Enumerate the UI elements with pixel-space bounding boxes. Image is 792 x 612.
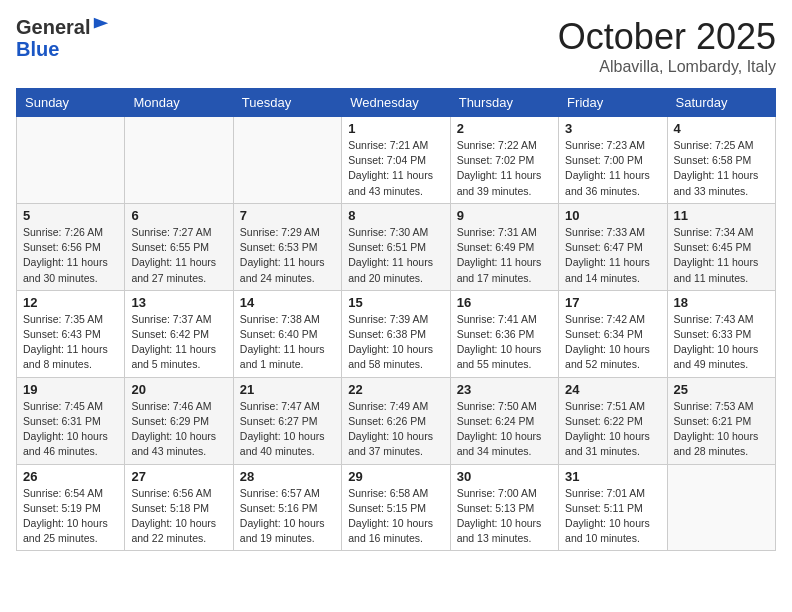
day-info: Sunrise: 7:30 AM Sunset: 6:51 PM Dayligh… xyxy=(348,225,443,286)
day-info: Sunrise: 7:42 AM Sunset: 6:34 PM Dayligh… xyxy=(565,312,660,373)
calendar-cell: 19Sunrise: 7:45 AM Sunset: 6:31 PM Dayli… xyxy=(17,377,125,464)
calendar-cell: 29Sunrise: 6:58 AM Sunset: 5:15 PM Dayli… xyxy=(342,464,450,551)
day-info: Sunrise: 7:50 AM Sunset: 6:24 PM Dayligh… xyxy=(457,399,552,460)
day-number: 23 xyxy=(457,382,552,397)
day-info: Sunrise: 7:41 AM Sunset: 6:36 PM Dayligh… xyxy=(457,312,552,373)
calendar-cell: 10Sunrise: 7:33 AM Sunset: 6:47 PM Dayli… xyxy=(559,203,667,290)
day-info: Sunrise: 7:39 AM Sunset: 6:38 PM Dayligh… xyxy=(348,312,443,373)
day-info: Sunrise: 7:21 AM Sunset: 7:04 PM Dayligh… xyxy=(348,138,443,199)
day-number: 19 xyxy=(23,382,118,397)
day-info: Sunrise: 7:49 AM Sunset: 6:26 PM Dayligh… xyxy=(348,399,443,460)
calendar-cell xyxy=(667,464,775,551)
day-number: 14 xyxy=(240,295,335,310)
calendar-cell: 21Sunrise: 7:47 AM Sunset: 6:27 PM Dayli… xyxy=(233,377,341,464)
weekday-friday: Friday xyxy=(559,89,667,117)
weekday-tuesday: Tuesday xyxy=(233,89,341,117)
day-number: 29 xyxy=(348,469,443,484)
day-number: 11 xyxy=(674,208,769,223)
calendar-cell: 4Sunrise: 7:25 AM Sunset: 6:58 PM Daylig… xyxy=(667,117,775,204)
day-info: Sunrise: 6:56 AM Sunset: 5:18 PM Dayligh… xyxy=(131,486,226,547)
svg-marker-0 xyxy=(94,18,108,29)
day-info: Sunrise: 6:57 AM Sunset: 5:16 PM Dayligh… xyxy=(240,486,335,547)
weekday-saturday: Saturday xyxy=(667,89,775,117)
logo-general-text: General xyxy=(16,16,90,38)
logo-flag-icon xyxy=(92,16,110,34)
logo-blue-text: Blue xyxy=(16,38,59,60)
day-info: Sunrise: 7:51 AM Sunset: 6:22 PM Dayligh… xyxy=(565,399,660,460)
title-block: October 2025 Albavilla, Lombardy, Italy xyxy=(558,16,776,76)
day-number: 8 xyxy=(348,208,443,223)
day-info: Sunrise: 6:54 AM Sunset: 5:19 PM Dayligh… xyxy=(23,486,118,547)
calendar-cell: 2Sunrise: 7:22 AM Sunset: 7:02 PM Daylig… xyxy=(450,117,558,204)
day-number: 16 xyxy=(457,295,552,310)
day-number: 5 xyxy=(23,208,118,223)
day-info: Sunrise: 7:29 AM Sunset: 6:53 PM Dayligh… xyxy=(240,225,335,286)
week-row-2: 5Sunrise: 7:26 AM Sunset: 6:56 PM Daylig… xyxy=(17,203,776,290)
day-number: 24 xyxy=(565,382,660,397)
week-row-3: 12Sunrise: 7:35 AM Sunset: 6:43 PM Dayli… xyxy=(17,290,776,377)
calendar-cell: 20Sunrise: 7:46 AM Sunset: 6:29 PM Dayli… xyxy=(125,377,233,464)
calendar-cell: 18Sunrise: 7:43 AM Sunset: 6:33 PM Dayli… xyxy=(667,290,775,377)
day-info: Sunrise: 7:25 AM Sunset: 6:58 PM Dayligh… xyxy=(674,138,769,199)
weekday-thursday: Thursday xyxy=(450,89,558,117)
day-info: Sunrise: 7:33 AM Sunset: 6:47 PM Dayligh… xyxy=(565,225,660,286)
calendar-cell: 14Sunrise: 7:38 AM Sunset: 6:40 PM Dayli… xyxy=(233,290,341,377)
calendar-cell xyxy=(17,117,125,204)
day-info: Sunrise: 7:35 AM Sunset: 6:43 PM Dayligh… xyxy=(23,312,118,373)
calendar-cell: 24Sunrise: 7:51 AM Sunset: 6:22 PM Dayli… xyxy=(559,377,667,464)
day-number: 15 xyxy=(348,295,443,310)
calendar-cell xyxy=(233,117,341,204)
day-number: 6 xyxy=(131,208,226,223)
day-number: 4 xyxy=(674,121,769,136)
day-number: 30 xyxy=(457,469,552,484)
day-info: Sunrise: 7:23 AM Sunset: 7:00 PM Dayligh… xyxy=(565,138,660,199)
day-info: Sunrise: 7:43 AM Sunset: 6:33 PM Dayligh… xyxy=(674,312,769,373)
month-title: October 2025 xyxy=(558,16,776,58)
day-info: Sunrise: 7:45 AM Sunset: 6:31 PM Dayligh… xyxy=(23,399,118,460)
day-info: Sunrise: 7:37 AM Sunset: 6:42 PM Dayligh… xyxy=(131,312,226,373)
calendar-cell: 13Sunrise: 7:37 AM Sunset: 6:42 PM Dayli… xyxy=(125,290,233,377)
calendar-cell: 12Sunrise: 7:35 AM Sunset: 6:43 PM Dayli… xyxy=(17,290,125,377)
calendar-cell: 7Sunrise: 7:29 AM Sunset: 6:53 PM Daylig… xyxy=(233,203,341,290)
day-number: 25 xyxy=(674,382,769,397)
day-info: Sunrise: 7:27 AM Sunset: 6:55 PM Dayligh… xyxy=(131,225,226,286)
weekday-monday: Monday xyxy=(125,89,233,117)
day-number: 31 xyxy=(565,469,660,484)
calendar-cell: 5Sunrise: 7:26 AM Sunset: 6:56 PM Daylig… xyxy=(17,203,125,290)
calendar-cell: 6Sunrise: 7:27 AM Sunset: 6:55 PM Daylig… xyxy=(125,203,233,290)
day-info: Sunrise: 7:34 AM Sunset: 6:45 PM Dayligh… xyxy=(674,225,769,286)
day-number: 21 xyxy=(240,382,335,397)
calendar-cell: 3Sunrise: 7:23 AM Sunset: 7:00 PM Daylig… xyxy=(559,117,667,204)
day-number: 28 xyxy=(240,469,335,484)
calendar-table: SundayMondayTuesdayWednesdayThursdayFrid… xyxy=(16,88,776,551)
calendar-cell: 30Sunrise: 7:00 AM Sunset: 5:13 PM Dayli… xyxy=(450,464,558,551)
weekday-header-row: SundayMondayTuesdayWednesdayThursdayFrid… xyxy=(17,89,776,117)
logo: General Blue xyxy=(16,16,110,60)
calendar-cell: 11Sunrise: 7:34 AM Sunset: 6:45 PM Dayli… xyxy=(667,203,775,290)
day-info: Sunrise: 7:46 AM Sunset: 6:29 PM Dayligh… xyxy=(131,399,226,460)
day-info: Sunrise: 7:53 AM Sunset: 6:21 PM Dayligh… xyxy=(674,399,769,460)
day-info: Sunrise: 7:00 AM Sunset: 5:13 PM Dayligh… xyxy=(457,486,552,547)
calendar-cell: 26Sunrise: 6:54 AM Sunset: 5:19 PM Dayli… xyxy=(17,464,125,551)
day-number: 9 xyxy=(457,208,552,223)
day-info: Sunrise: 6:58 AM Sunset: 5:15 PM Dayligh… xyxy=(348,486,443,547)
calendar-cell xyxy=(125,117,233,204)
weekday-wednesday: Wednesday xyxy=(342,89,450,117)
day-number: 17 xyxy=(565,295,660,310)
day-info: Sunrise: 7:22 AM Sunset: 7:02 PM Dayligh… xyxy=(457,138,552,199)
weekday-sunday: Sunday xyxy=(17,89,125,117)
calendar-cell: 17Sunrise: 7:42 AM Sunset: 6:34 PM Dayli… xyxy=(559,290,667,377)
calendar-cell: 28Sunrise: 6:57 AM Sunset: 5:16 PM Dayli… xyxy=(233,464,341,551)
day-number: 7 xyxy=(240,208,335,223)
day-number: 13 xyxy=(131,295,226,310)
calendar-cell: 15Sunrise: 7:39 AM Sunset: 6:38 PM Dayli… xyxy=(342,290,450,377)
calendar-cell: 31Sunrise: 7:01 AM Sunset: 5:11 PM Dayli… xyxy=(559,464,667,551)
day-number: 26 xyxy=(23,469,118,484)
week-row-4: 19Sunrise: 7:45 AM Sunset: 6:31 PM Dayli… xyxy=(17,377,776,464)
day-number: 10 xyxy=(565,208,660,223)
day-info: Sunrise: 7:31 AM Sunset: 6:49 PM Dayligh… xyxy=(457,225,552,286)
page-header: General Blue October 2025 Albavilla, Lom… xyxy=(16,16,776,76)
day-number: 27 xyxy=(131,469,226,484)
day-number: 3 xyxy=(565,121,660,136)
calendar-cell: 8Sunrise: 7:30 AM Sunset: 6:51 PM Daylig… xyxy=(342,203,450,290)
